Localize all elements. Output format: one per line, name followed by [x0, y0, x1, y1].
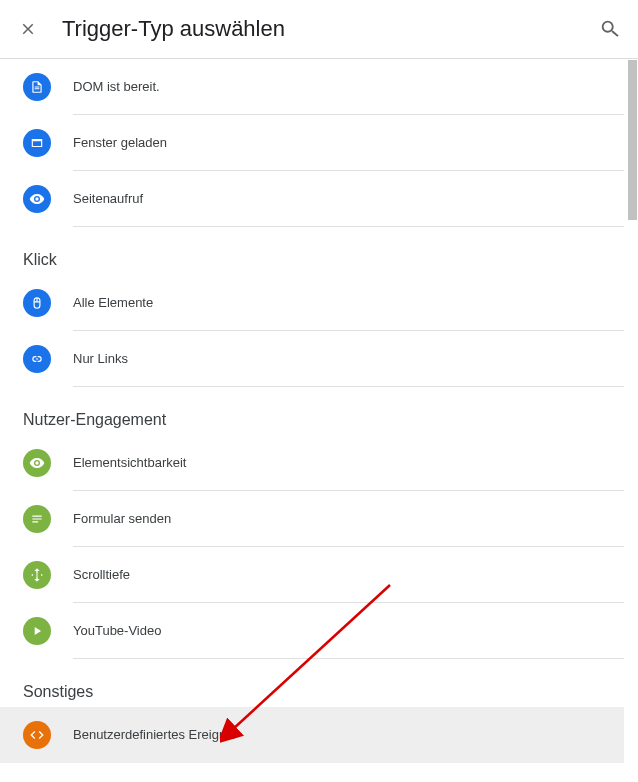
search-icon [599, 18, 621, 40]
file-icon [23, 73, 51, 101]
dialog-header: Trigger-Typ auswählen [0, 0, 638, 59]
trigger-row-dom-ready[interactable]: DOM ist bereit. [0, 59, 624, 115]
trigger-label: Benutzerdefiniertes Ereignis [73, 727, 236, 742]
trigger-row-pageview[interactable]: Seitenaufruf [0, 171, 624, 227]
trigger-row-element-visibility[interactable]: Elementsichtbarkeit [0, 435, 624, 491]
trigger-label: Scrolltiefe [73, 567, 130, 582]
close-button[interactable] [16, 17, 40, 41]
scroll-icon [23, 561, 51, 589]
eye-icon [23, 185, 51, 213]
section-title-other: Sonstiges [0, 659, 624, 707]
trigger-row-form-submit[interactable]: Formular senden [0, 491, 624, 547]
trigger-row-all-elements[interactable]: Alle Elemente [0, 275, 624, 331]
trigger-row-links-only[interactable]: Nur Links [0, 331, 624, 387]
play-icon [23, 617, 51, 645]
trigger-label: Alle Elemente [73, 295, 153, 310]
trigger-row-window-loaded[interactable]: Fenster geladen [0, 115, 624, 171]
section-title-engagement: Nutzer-Engagement [0, 387, 624, 435]
trigger-label: Nur Links [73, 351, 128, 366]
trigger-label: Fenster geladen [73, 135, 167, 150]
form-icon [23, 505, 51, 533]
close-icon [19, 20, 37, 38]
section-title-click: Klick [0, 227, 624, 275]
window-icon [23, 129, 51, 157]
code-icon [23, 721, 51, 749]
scrollbar-thumb[interactable] [628, 60, 637, 220]
eye-icon [23, 449, 51, 477]
trigger-label: YouTube-Video [73, 623, 161, 638]
trigger-label: Elementsichtbarkeit [73, 455, 186, 470]
trigger-row-youtube-video[interactable]: YouTube-Video [0, 603, 624, 659]
mouse-icon [23, 289, 51, 317]
dialog-title: Trigger-Typ auswählen [62, 16, 598, 42]
trigger-list-panel: DOM ist bereit. Fenster geladen Seitenau… [0, 59, 624, 782]
trigger-label: Seitenaufruf [73, 191, 143, 206]
search-button[interactable] [598, 17, 622, 41]
trigger-row-scroll-depth[interactable]: Scrolltiefe [0, 547, 624, 603]
link-icon [23, 345, 51, 373]
trigger-label: Formular senden [73, 511, 171, 526]
trigger-row-custom-event[interactable]: Benutzerdefiniertes Ereignis [0, 707, 624, 763]
trigger-label: DOM ist bereit. [73, 79, 160, 94]
